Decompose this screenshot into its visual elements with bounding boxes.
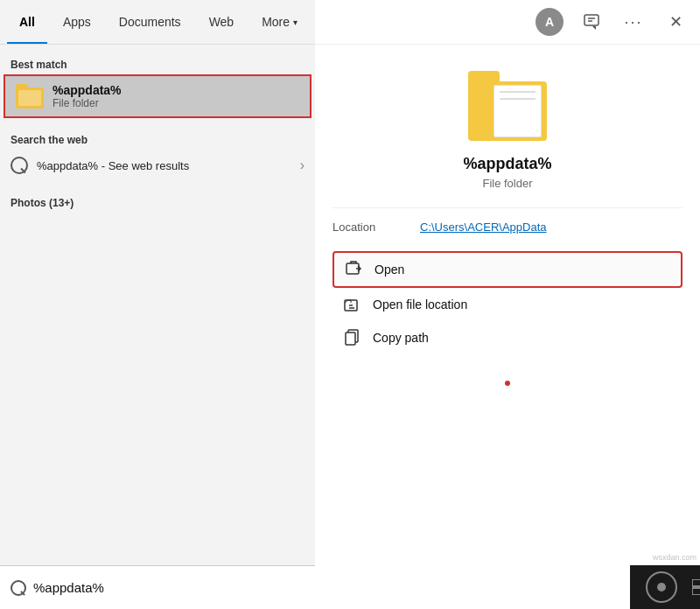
svg-rect-9 — [346, 332, 355, 345]
open-label: Open — [374, 262, 404, 276]
web-search-text: %appdata% - See web results — [37, 159, 291, 172]
svg-rect-10 — [692, 579, 700, 586]
search-results: Best match %appdata% File folder Search … — [0, 45, 315, 565]
photos-section: Photos (13+) — [0, 192, 315, 213]
best-match-label: Best match — [0, 53, 315, 74]
web-search-item[interactable]: %appdata% - See web results › — [0, 150, 315, 181]
action-list: Open Open file location — [332, 251, 682, 354]
location-label: Location — [332, 220, 402, 234]
detail-title: %appdata% — [463, 155, 551, 173]
task-view-icon — [692, 579, 700, 595]
best-match-item[interactable]: %appdata% File folder — [4, 74, 312, 118]
best-match-title: %appdata% — [52, 83, 122, 97]
ellipsis-icon: ··· — [624, 13, 642, 32]
open-file-location-label: Open file location — [373, 298, 467, 312]
copy-path-label: Copy path — [373, 331, 429, 345]
photos-label: Photos (13+) — [0, 192, 315, 213]
watermark: wsxdan.com — [653, 553, 696, 562]
open-icon — [345, 260, 364, 279]
detail-divider — [332, 207, 682, 208]
tabs-bar: All Apps Documents Web More ▾ — [0, 0, 315, 45]
search-panel: All Apps Documents Web More ▾ Best match… — [0, 0, 315, 609]
open-file-location-icon — [343, 295, 362, 314]
tab-more[interactable]: More ▾ — [249, 0, 310, 44]
chevron-right-icon: › — [300, 158, 304, 173]
chevron-down-icon: ▾ — [293, 18, 298, 27]
svg-marker-3 — [592, 26, 596, 30]
best-match-text: %appdata% File folder — [52, 83, 122, 109]
tab-documents[interactable]: Documents — [107, 0, 193, 44]
svg-rect-12 — [692, 588, 700, 595]
tab-apps[interactable]: Apps — [51, 0, 103, 44]
search-bar — [0, 565, 315, 609]
search-web-label: Search the web — [0, 129, 315, 150]
search-web-section: Search the web %appdata% - See web resul… — [0, 129, 315, 181]
search-icon — [10, 157, 28, 174]
open-action[interactable]: Open — [332, 251, 682, 288]
avatar[interactable]: A — [536, 8, 564, 36]
task-view-button[interactable] — [686, 571, 700, 603]
notification-dot-area — [505, 381, 510, 386]
detail-content: %appdata% File folder Location C:\Users\… — [315, 45, 700, 609]
folder-icon-large — [468, 71, 547, 141]
location-value[interactable]: C:\Users\ACER\AppData — [420, 220, 547, 234]
copy-path-action[interactable]: Copy path — [332, 321, 682, 354]
more-options-button[interactable]: ··· — [620, 8, 648, 36]
detail-subtitle: File folder — [482, 177, 532, 190]
red-dot — [505, 381, 510, 386]
detail-panel: A ··· ✕ %appdata% File folder — [315, 0, 700, 609]
search-bar-icon — [10, 580, 26, 596]
cortana-button[interactable] — [646, 571, 677, 603]
close-button[interactable]: ✕ — [662, 8, 690, 36]
folder-icon — [16, 84, 44, 108]
cortana-icon — [657, 583, 666, 592]
best-match-subtitle: File folder — [52, 97, 122, 109]
feedback-button[interactable] — [578, 8, 606, 36]
svg-rect-0 — [584, 15, 598, 25]
open-file-location-action[interactable]: Open file location — [332, 288, 682, 321]
detail-meta-location: Location C:\Users\ACER\AppData — [332, 220, 682, 234]
feedback-icon — [584, 14, 599, 30]
taskbar — [630, 565, 700, 609]
detail-header: A ··· ✕ — [315, 0, 700, 45]
tab-all[interactable]: All — [7, 0, 47, 44]
tab-web[interactable]: Web — [197, 0, 247, 44]
search-input[interactable] — [33, 580, 304, 595]
copy-path-icon — [343, 328, 362, 347]
close-icon: ✕ — [669, 12, 682, 32]
